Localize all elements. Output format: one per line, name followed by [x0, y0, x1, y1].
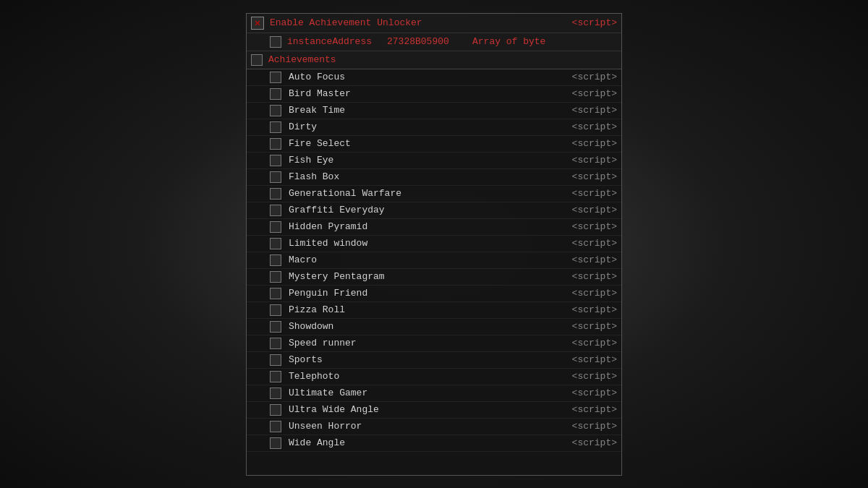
- achievement-checkbox[interactable]: [270, 271, 281, 283]
- achievement-checkbox[interactable]: [270, 288, 281, 299]
- list-item: Macro<script>: [247, 252, 621, 269]
- achievement-name: Pizza Roll: [289, 304, 565, 315]
- instance-value: 27328B05900: [387, 36, 467, 47]
- achievement-script: <script>: [572, 437, 617, 448]
- achievements-label: Achievements: [268, 54, 336, 65]
- list-item: Unseen Horror<script>: [247, 419, 621, 435]
- achievement-name: Ultra Wide Angle: [289, 404, 565, 415]
- achievement-script: <script>: [572, 371, 617, 382]
- achievement-script: <script>: [572, 304, 617, 315]
- list-item: Hidden Pyramid<script>: [247, 219, 621, 236]
- achievement-checkbox[interactable]: [270, 338, 281, 349]
- achievement-checkbox[interactable]: [270, 171, 281, 183]
- achievement-name: Graffiti Everyday: [289, 205, 565, 215]
- achievement-name: Showdown: [289, 321, 565, 332]
- list-item: Mystery Pentagram<script>: [247, 269, 621, 286]
- header-row: ✕ Enable Achievement Unlocker <script>: [247, 14, 621, 33]
- achievement-checkbox[interactable]: [270, 138, 281, 150]
- enable-checkbox[interactable]: ✕: [251, 17, 264, 30]
- list-item: Wide Angle<script>: [247, 435, 621, 452]
- achievement-checkbox[interactable]: [270, 421, 281, 432]
- list-item: Showdown<script>: [247, 319, 621, 335]
- achievement-script: <script>: [572, 121, 617, 132]
- achievement-name: Telephoto: [289, 371, 565, 382]
- achievement-name: Limited window: [289, 238, 565, 249]
- list-item: Fish Eye<script>: [247, 153, 621, 169]
- achievement-script: <script>: [572, 288, 617, 299]
- achievements-row: Achievements: [247, 51, 621, 69]
- achievement-name: Dirty: [289, 121, 565, 132]
- achievement-name: Hidden Pyramid: [289, 221, 565, 232]
- achievement-name: Sports: [289, 354, 565, 365]
- list-item: Speed runner<script>: [247, 335, 621, 352]
- achievement-checkbox[interactable]: [270, 321, 281, 333]
- achievement-checkbox[interactable]: [270, 388, 281, 399]
- achievement-checkbox[interactable]: [270, 254, 281, 266]
- list-item: Penguin Friend<script>: [247, 286, 621, 302]
- instance-row: instanceAddress 27328B05900 Array of byt…: [247, 33, 621, 51]
- list-item: Dirty<script>: [247, 119, 621, 136]
- achievement-checkbox[interactable]: [270, 88, 281, 100]
- instance-checkbox[interactable]: [270, 36, 281, 48]
- achievement-script: <script>: [572, 421, 617, 432]
- achievement-checkbox[interactable]: [270, 221, 281, 233]
- list-item: Break Time<script>: [247, 103, 621, 119]
- achievement-checkbox[interactable]: [270, 371, 281, 382]
- list-item: Flash Box<script>: [247, 169, 621, 186]
- instance-label: instanceAddress: [287, 36, 381, 47]
- achievements-list: Auto Focus<script>Bird Master<script>Bre…: [247, 69, 621, 452]
- achievement-name: Speed runner: [289, 338, 565, 348]
- achievement-checkbox[interactable]: [270, 404, 281, 416]
- achievement-script: <script>: [572, 171, 617, 182]
- achievement-name: Penguin Friend: [289, 288, 565, 299]
- achievement-checkbox[interactable]: [270, 72, 281, 83]
- achievement-name: Generational Warfare: [289, 188, 565, 199]
- achievement-name: Flash Box: [289, 171, 565, 182]
- achievement-script: <script>: [572, 271, 617, 282]
- achievement-script: <script>: [572, 72, 617, 82]
- achievement-checkbox[interactable]: [270, 437, 281, 449]
- achievement-checkbox[interactable]: [270, 121, 281, 133]
- achievement-script: <script>: [572, 354, 617, 365]
- achievement-script: <script>: [572, 188, 617, 199]
- achievement-script: <script>: [572, 105, 617, 116]
- achievement-name: Unseen Horror: [289, 421, 565, 432]
- list-item: Generational Warfare<script>: [247, 186, 621, 202]
- instance-type: Array of byte: [472, 36, 545, 47]
- list-item: Limited window<script>: [247, 236, 621, 252]
- list-item: Auto Focus<script>: [247, 69, 621, 86]
- list-item: Ultimate Gamer<script>: [247, 385, 621, 402]
- list-item: Sports<script>: [247, 352, 621, 369]
- list-item: Pizza Roll<script>: [247, 302, 621, 319]
- achievement-script: <script>: [572, 254, 617, 265]
- achievement-checkbox[interactable]: [270, 188, 281, 200]
- achievement-name: Ultimate Gamer: [289, 388, 565, 398]
- achievement-script: <script>: [572, 388, 617, 398]
- list-item: Fire Select<script>: [247, 136, 621, 153]
- achievement-checkbox[interactable]: [270, 105, 281, 116]
- achievement-name: Auto Focus: [289, 72, 565, 82]
- achievement-name: Fire Select: [289, 138, 565, 149]
- list-item: Graffiti Everyday<script>: [247, 202, 621, 219]
- header-title: Enable Achievement Unlocker: [270, 17, 566, 28]
- achievement-script: <script>: [572, 88, 617, 99]
- list-item: Bird Master<script>: [247, 86, 621, 103]
- achievements-checkbox[interactable]: [251, 54, 263, 66]
- achievement-name: Bird Master: [289, 88, 565, 99]
- achievement-checkbox[interactable]: [270, 155, 281, 166]
- list-item: Ultra Wide Angle<script>: [247, 402, 621, 419]
- achievement-script: <script>: [572, 138, 617, 149]
- achievement-checkbox[interactable]: [270, 354, 281, 366]
- achievement-name: Wide Angle: [289, 437, 565, 448]
- achievement-unlocker-panel: ✕ Enable Achievement Unlocker <script> i…: [246, 13, 622, 476]
- achievement-script: <script>: [572, 338, 617, 348]
- achievement-checkbox[interactable]: [270, 304, 281, 316]
- achievement-checkbox[interactable]: [270, 238, 281, 249]
- achievement-script: <script>: [572, 155, 617, 166]
- achievement-checkbox[interactable]: [270, 205, 281, 216]
- achievement-name: Mystery Pentagram: [289, 271, 565, 282]
- achievement-name: Fish Eye: [289, 155, 565, 166]
- achievement-name: Macro: [289, 254, 565, 265]
- x-icon: ✕: [255, 18, 260, 28]
- achievement-script: <script>: [572, 221, 617, 232]
